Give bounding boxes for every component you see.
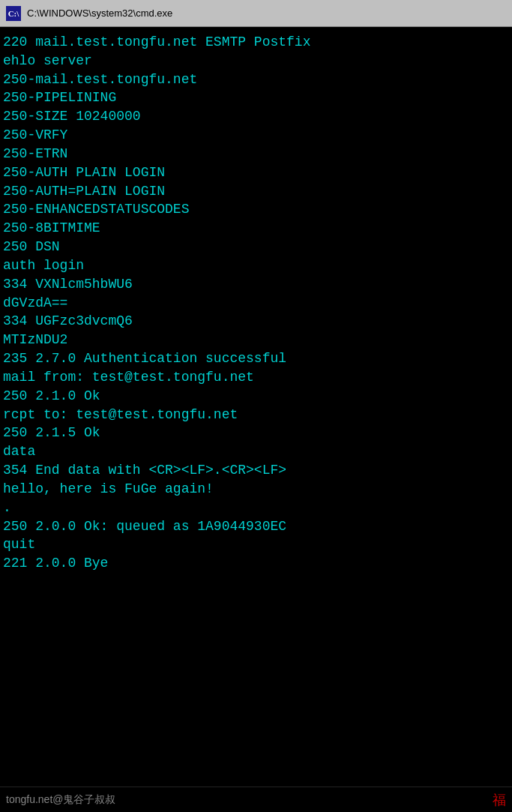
terminal-line: MTIzNDU2 — [3, 331, 509, 349]
terminal-line: auth login — [3, 256, 509, 275]
terminal-line: 250-ENHANCEDSTATUSCODES — [3, 200, 509, 219]
footer: tongfu.net@鬼谷子叔叔 福 — [0, 787, 512, 812]
terminal-line: 334 UGFzc3dvcmQ6 — [3, 312, 509, 331]
terminal-line: data — [3, 442, 509, 461]
terminal-line: 250-8BITMIME — [3, 219, 509, 238]
terminal-line: quit — [3, 535, 509, 554]
terminal-line: ehlo server — [3, 52, 509, 70]
window-title: C:\WINDOWS\system32\cmd.exe — [27, 7, 172, 19]
terminal-line: 250-VRFY — [3, 126, 509, 145]
terminal-output: 220 mail.test.tongfu.net ESMTP Postfixeh… — [0, 27, 512, 787]
terminal-line: 250-ETRN — [3, 145, 509, 163]
terminal-line: hello, here is FuGe again! — [3, 480, 509, 499]
terminal-line: 235 2.7.0 Authentication successful — [3, 349, 509, 368]
cmd-icon: C:\ — [6, 6, 21, 21]
terminal-line: 250-SIZE 10240000 — [3, 107, 509, 126]
terminal-line: 221 2.0.0 Bye — [3, 554, 509, 573]
terminal-line: 250 2.0.0 Ok: queued as 1A9044930EC — [3, 517, 509, 536]
terminal-line: 220 mail.test.tongfu.net ESMTP Postfix — [3, 33, 509, 52]
terminal-line: 250-AUTH=PLAIN LOGIN — [3, 182, 509, 201]
title-bar: C:\ C:\WINDOWS\system32\cmd.exe — [0, 0, 512, 27]
terminal-line: 250-PIPELINING — [3, 88, 509, 107]
terminal-line: dGVzdA== — [3, 294, 509, 313]
terminal-line: 354 End data with <CR><LF>.<CR><LF> — [3, 461, 509, 480]
terminal-line: 250 DSN — [3, 238, 509, 256]
footer-icon: 福 — [493, 791, 506, 809]
terminal-line: mail from: test@test.tongfu.net — [3, 368, 509, 387]
terminal-line: 250-mail.test.tongfu.net — [3, 70, 509, 89]
terminal-line: 334 VXNlcm5hbWU6 — [3, 275, 509, 294]
terminal-line: 250 2.1.0 Ok — [3, 387, 509, 406]
terminal-line: 250 2.1.5 Ok — [3, 424, 509, 442]
terminal-line: rcpt to: test@test.tongfu.net — [3, 406, 509, 424]
terminal-line: 250-AUTH PLAIN LOGIN — [3, 163, 509, 182]
footer-text: tongfu.net@鬼谷子叔叔 — [6, 793, 116, 807]
terminal-line: . — [3, 499, 509, 517]
